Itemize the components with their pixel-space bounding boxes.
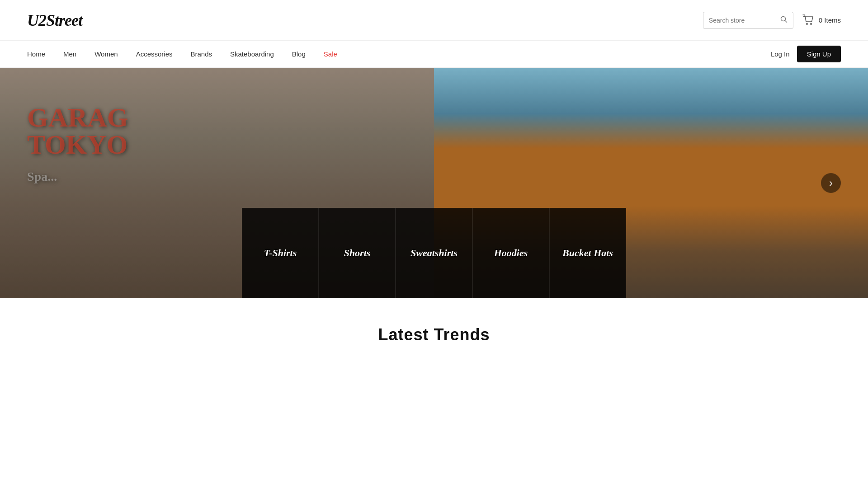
nav-item-brands[interactable]: Brands [190,50,212,58]
nav-link-sale[interactable]: Sale [324,50,337,58]
category-card-hoodies[interactable]: Hoodies [472,208,549,298]
cart-icon [802,14,815,27]
category-card-sweatshirts[interactable]: Sweatshirts [396,208,472,298]
nav-link-skateboarding[interactable]: Skateboarding [230,50,274,58]
category-label-sweatshirts: Sweatshirts [410,247,458,259]
category-cards: T-Shirts Shorts Sweatshirts Hoodies Buck… [242,208,626,298]
category-label-tshirts: T-Shirts [264,247,297,259]
nav-link-blog[interactable]: Blog [292,50,306,58]
svg-point-4 [810,23,812,25]
search-icon [780,16,788,23]
nav-item-skateboarding[interactable]: Skateboarding [230,50,274,58]
carousel-next-button[interactable]: › [821,173,841,193]
category-label-bucket-hats: Bucket Hats [562,247,613,259]
nav-item-blog[interactable]: Blog [292,50,306,58]
latest-trends-title: Latest Trends [27,325,841,344]
hero-banner: GARAGTOKYOSpa... T-Shirts Shorts Sweatsh… [0,68,868,298]
nav-item-home[interactable]: Home [27,50,45,58]
nav-item-sale[interactable]: Sale [324,50,337,58]
search-bar [703,12,793,29]
nav-auth: Log In Sign Up [771,46,841,62]
nav-link-accessories[interactable]: Accessories [136,50,173,58]
signup-button[interactable]: Sign Up [797,46,841,62]
chevron-right-icon: › [829,178,833,188]
header: U2Street 0 Items [0,0,868,41]
cart-count: 0 Items [819,16,841,24]
nav-item-men[interactable]: Men [63,50,76,58]
nav-item-women[interactable]: Women [94,50,118,58]
nav-link-brands[interactable]: Brands [190,50,212,58]
nav-links: Home Men Women Accessories Brands Skateb… [27,50,337,58]
category-card-shorts[interactable]: Shorts [319,208,396,298]
category-label-hoodies: Hoodies [494,247,528,259]
nav-item-accessories[interactable]: Accessories [136,50,173,58]
search-button[interactable] [776,12,792,28]
svg-line-1 [785,20,787,22]
cart-area[interactable]: 0 Items [802,14,841,27]
nav-link-men[interactable]: Men [63,50,76,58]
category-label-shorts: Shorts [344,247,371,259]
header-right: 0 Items [703,12,841,29]
navbar: Home Men Women Accessories Brands Skateb… [0,41,868,68]
latest-trends-section: Latest Trends [0,298,868,362]
site-logo[interactable]: U2Street [27,11,82,30]
nav-link-home[interactable]: Home [27,50,45,58]
login-button[interactable]: Log In [771,50,790,58]
search-input[interactable] [703,13,776,28]
category-card-bucket-hats[interactable]: Bucket Hats [549,208,626,298]
category-card-tshirts[interactable]: T-Shirts [242,208,319,298]
svg-point-3 [806,23,808,25]
nav-link-women[interactable]: Women [94,50,118,58]
